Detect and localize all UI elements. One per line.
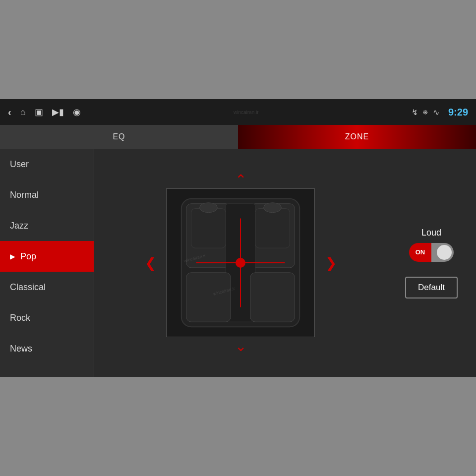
car-top-view: wincairan.ir wincairan.ir	[166, 188, 315, 337]
preset-pop[interactable]: ▶ Pop	[0, 241, 94, 272]
back-button[interactable]: ‹	[8, 107, 11, 118]
main-content: User Normal Jazz ▶ Pop Classical Rock	[0, 149, 476, 377]
eq-sidebar: User Normal Jazz ▶ Pop Classical Rock	[0, 149, 94, 377]
window-button[interactable]: ▣	[35, 107, 43, 118]
status-bar: ‹ ⌂ ▣ ▶▮ ◉ wincairan.ir ↯ ⎈ ∿ 9:29	[0, 99, 476, 125]
zone-display-row: ❮	[99, 188, 382, 337]
preset-jazz[interactable]: Jazz	[0, 210, 94, 241]
zone-right-button[interactable]: ❯	[321, 255, 341, 271]
svg-point-13	[236, 258, 245, 268]
loud-section: Loud ON	[409, 228, 454, 262]
zone-up-button[interactable]: ⌃	[235, 171, 246, 188]
wifi-icon: ∿	[433, 108, 439, 117]
svg-point-10	[264, 203, 282, 213]
time-display: 9:29	[448, 107, 468, 118]
loud-toggle[interactable]: ON	[409, 243, 454, 262]
camera-button[interactable]: ▶▮	[52, 107, 64, 118]
toggle-off-area	[431, 243, 454, 262]
status-icons: ↯ ⎈ ∿	[412, 108, 439, 117]
home-button[interactable]: ⌂	[20, 107, 26, 118]
car-interior-svg: wincairan.ir wincairan.ir	[167, 189, 314, 337]
svg-rect-8	[255, 209, 290, 248]
preset-classical[interactable]: Classical	[0, 272, 94, 302]
default-button[interactable]: Default	[405, 277, 458, 298]
zone-area: ⌃ ❮	[94, 149, 387, 377]
tab-bar: EQ ZONE	[0, 125, 476, 149]
preset-normal[interactable]: Normal	[0, 179, 94, 210]
cast-icon: ↯	[412, 108, 418, 117]
zone-down-button[interactable]: ⌄	[235, 337, 246, 355]
preset-user[interactable]: User	[0, 149, 94, 179]
svg-rect-7	[191, 209, 226, 248]
toggle-on-label: ON	[409, 243, 431, 262]
preset-news[interactable]: News	[0, 333, 94, 364]
device-screen: ‹ ⌂ ▣ ▶▮ ◉ wincairan.ir ↯ ⎈ ∿ 9:29 EQ ZO…	[0, 99, 476, 377]
loud-label: Loud	[421, 228, 441, 238]
zone-left-button[interactable]: ❮	[140, 255, 160, 271]
bluetooth-icon: ⎈	[423, 108, 428, 117]
outer-wrapper: ‹ ⌂ ▣ ▶▮ ◉ wincairan.ir ↯ ⎈ ∿ 9:29 EQ ZO…	[0, 0, 476, 476]
tab-zone[interactable]: ZONE	[238, 125, 476, 149]
play-icon: ▶	[10, 252, 15, 260]
svg-point-9	[200, 203, 218, 213]
preset-rock[interactable]: Rock	[0, 302, 94, 333]
toggle-knob	[437, 245, 452, 260]
basket-button[interactable]: ◉	[73, 107, 81, 118]
watermark-center: wincairan.ir	[234, 110, 259, 115]
svg-rect-5	[186, 273, 231, 322]
right-controls: Loud ON Default	[387, 149, 476, 377]
svg-rect-6	[250, 273, 295, 322]
tab-eq[interactable]: EQ	[0, 125, 238, 149]
